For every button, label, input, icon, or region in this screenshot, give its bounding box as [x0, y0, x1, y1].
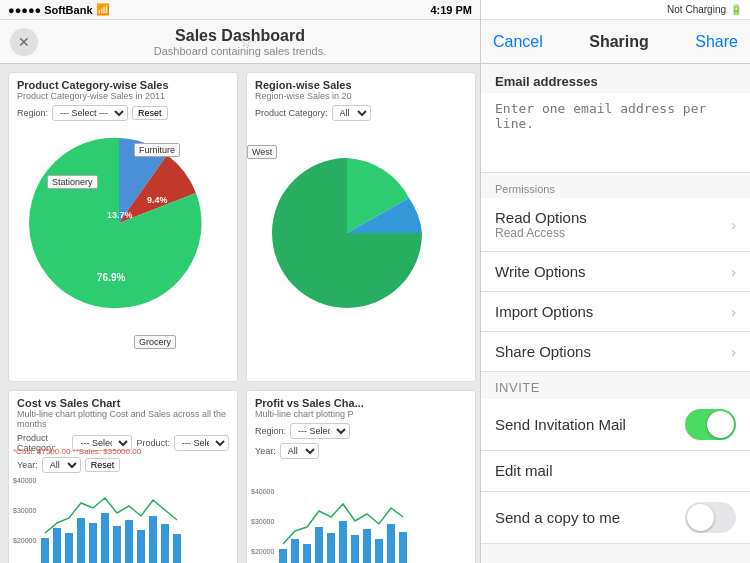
main-nav-bar: ✕ ☆ Sales Dashboard Dashboard containing… — [0, 20, 480, 64]
profit-chart-area: $0 $10000 $20000 $30000 $40000 — [251, 459, 471, 563]
wifi-icon: 📶 — [96, 3, 110, 16]
svg-text:9.4%: 9.4% — [147, 195, 168, 205]
profit-region-select[interactable]: --- Select --- — [290, 423, 350, 439]
profit-year-select[interactable]: All — [280, 443, 319, 459]
battery-status: Not Charging — [667, 4, 726, 15]
permissions-label: Permissions — [481, 177, 750, 198]
read-options-content: Read Options Read Access — [495, 209, 587, 240]
sharing-status-bar: Not Charging 🔋 — [481, 0, 750, 20]
share-options-label: Share Options — [495, 343, 591, 360]
close-button[interactable]: ✕ — [10, 28, 38, 56]
svg-text:$40000: $40000 — [251, 488, 274, 495]
svg-rect-34 — [363, 529, 371, 563]
svg-text:$20000: $20000 — [13, 537, 36, 544]
product-cat-label: Product Category: — [255, 108, 328, 118]
pie-svg: 13.7% 9.4% 76.9% — [29, 133, 209, 313]
svg-rect-12 — [77, 518, 85, 563]
invite-section-label: Invite — [481, 372, 750, 399]
category-panel-title: Product Category-wise Sales — [17, 79, 229, 91]
svg-rect-11 — [65, 533, 73, 563]
edit-mail-label: Edit mail — [495, 462, 553, 479]
region-label: Region: — [17, 108, 48, 118]
profit-panel-title: Profit vs Sales Cha... — [255, 397, 467, 409]
svg-rect-33 — [351, 535, 359, 563]
category-filter-row: Region: --- Select --- Reset — [17, 105, 229, 121]
share-options-chevron: › — [731, 344, 736, 360]
import-options-item[interactable]: Import Options › — [481, 292, 750, 332]
profit-bars-svg: $0 $10000 $20000 $30000 $40000 — [251, 459, 471, 563]
cost-panel-title: Cost vs Sales Chart — [17, 397, 229, 409]
svg-rect-36 — [387, 524, 395, 563]
svg-rect-32 — [339, 521, 347, 563]
send-invitation-label: Send Invitation Mail — [495, 416, 626, 433]
region-filter-row: Product Category: All — [255, 105, 467, 121]
profit-year-label: Year: — [255, 446, 276, 456]
svg-text:76.9%: 76.9% — [97, 272, 125, 283]
svg-rect-17 — [137, 530, 145, 563]
sharing-panel: Not Charging 🔋 Cancel Sharing Share Emai… — [480, 0, 750, 563]
import-options-chevron: › — [731, 304, 736, 320]
edit-mail-item[interactable]: Edit mail — [481, 451, 750, 492]
cost-sales-panel: Cost vs Sales Chart Multi-line chart plo… — [8, 390, 238, 563]
svg-text:$30000: $30000 — [13, 507, 36, 514]
svg-rect-37 — [399, 532, 407, 563]
region-select[interactable]: --- Select --- — [52, 105, 128, 121]
category-sales-panel: Product Category-wise Sales Product Cate… — [8, 72, 238, 382]
import-options-label: Import Options — [495, 303, 593, 320]
svg-text:$20000: $20000 — [251, 548, 274, 555]
svg-rect-30 — [315, 527, 323, 563]
cost-panel-subtitle: Multi-line chart plotting Cost and Sales… — [17, 409, 229, 429]
read-options-chevron: › — [731, 217, 736, 233]
left-time: 4:19 PM — [430, 4, 472, 16]
toggle-knob-on — [707, 411, 734, 438]
send-invitation-toggle[interactable] — [685, 409, 736, 440]
profit-region-label: Region: — [255, 426, 286, 436]
email-section-label: Email addresses — [481, 64, 750, 93]
svg-rect-28 — [291, 539, 299, 563]
svg-rect-19 — [161, 524, 169, 563]
share-button[interactable]: Share — [695, 33, 738, 51]
svg-text:$40000: $40000 — [13, 477, 36, 484]
region-pie — [267, 153, 427, 313]
sharing-content: Email addresses Permissions Read Options… — [481, 64, 750, 563]
write-options-label: Write Options — [495, 263, 586, 280]
carrier-dots: ●●●●● — [8, 4, 41, 16]
grocery-label: Grocery — [134, 335, 176, 349]
read-options-sub: Read Access — [495, 226, 587, 240]
svg-rect-31 — [327, 533, 335, 563]
email-textarea[interactable] — [481, 93, 750, 173]
region-panel-subtitle: Region-wise Sales in 20 — [255, 91, 467, 101]
copy-to-me-toggle[interactable] — [685, 502, 736, 533]
carrier-info: ●●●●● SoftBank 📶 — [8, 3, 110, 16]
write-options-item[interactable]: Write Options › — [481, 252, 750, 292]
profit-filter-row: Region: --- Select --- — [255, 423, 467, 439]
reset-button[interactable]: Reset — [132, 106, 168, 120]
svg-rect-10 — [53, 528, 61, 563]
cost-bars-svg: $0 $10000 $20000 $30000 $40000 — [13, 458, 233, 563]
svg-rect-18 — [149, 516, 157, 563]
svg-rect-9 — [41, 538, 49, 563]
send-invitation-item: Send Invitation Mail — [481, 399, 750, 451]
star-icon: ☆ — [240, 34, 253, 50]
svg-rect-14 — [101, 513, 109, 563]
cancel-button[interactable]: Cancel — [493, 33, 543, 51]
cost-legend: *Cost: $7500.00 **Sales: $35000.00 — [13, 447, 233, 456]
share-options-item[interactable]: Share Options › — [481, 332, 750, 372]
svg-text:13.7%: 13.7% — [107, 210, 133, 220]
sharing-nav: Cancel Sharing Share — [481, 20, 750, 64]
copy-to-me-label: Send a copy to me — [495, 509, 620, 526]
svg-rect-15 — [113, 526, 121, 563]
product-cat-select[interactable]: All — [332, 105, 371, 121]
battery-icon: 🔋 — [730, 4, 742, 15]
copy-to-me-item: Send a copy to me — [481, 492, 750, 544]
dashboard-background: Product Category-wise Sales Product Cate… — [0, 64, 480, 563]
main-title-bar: ●●●●● SoftBank 📶 4:19 PM ✕ ☆ Sales Dashb… — [0, 0, 480, 64]
svg-rect-20 — [173, 534, 181, 563]
stationery-label: Stationery — [47, 175, 98, 189]
cost-chart-area: *Cost: $7500.00 **Sales: $35000.00 $0 $1… — [13, 447, 233, 563]
profit-year-row: Year: All — [255, 443, 467, 459]
read-options-item[interactable]: Read Options Read Access › — [481, 198, 750, 252]
read-options-label: Read Options — [495, 209, 587, 226]
svg-rect-35 — [375, 539, 383, 563]
svg-rect-27 — [279, 549, 287, 563]
